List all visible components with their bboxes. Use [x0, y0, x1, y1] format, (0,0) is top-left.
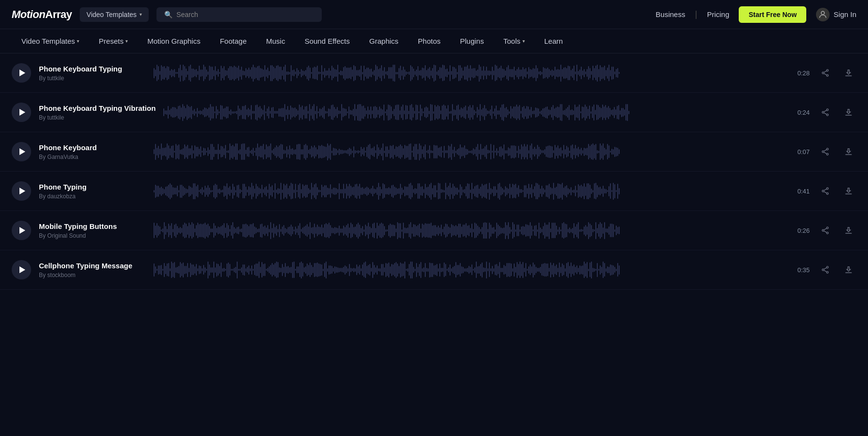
share-button[interactable]: [817, 144, 833, 159]
waveform-bar: [279, 189, 280, 193]
svg-line-29: [824, 228, 826, 230]
share-button[interactable]: [817, 105, 833, 120]
waveform-bar: [547, 225, 548, 237]
waveform-bar: [606, 149, 607, 155]
download-button[interactable]: [841, 105, 856, 120]
waveform-bar: [312, 267, 313, 273]
waveform-bar: [459, 109, 460, 115]
download-button[interactable]: [841, 144, 856, 159]
waveform-bar: [393, 185, 394, 198]
play-button[interactable]: [12, 260, 31, 279]
waveform-bar: [219, 227, 220, 234]
waveform-bar: [606, 70, 607, 76]
waveform-bar: [537, 108, 538, 117]
waveform-bar: [257, 143, 258, 160]
nav-item-graphics[interactable]: Graphics: [360, 29, 408, 53]
waveform-bar: [506, 263, 507, 277]
waveform-bar: [256, 68, 257, 78]
play-button[interactable]: [12, 142, 31, 161]
waveform-bar: [436, 227, 437, 234]
waveform-bar: [179, 105, 180, 120]
waveform-bar: [432, 226, 433, 236]
business-link[interactable]: Business: [656, 10, 685, 18]
download-button[interactable]: [841, 183, 856, 199]
waveform-bar: [228, 68, 229, 78]
header-right: Business | Pricing Start Free Now Sign I…: [656, 6, 856, 23]
pricing-link[interactable]: Pricing: [707, 10, 729, 18]
waveform-bar: [520, 70, 521, 77]
waveform-bar: [377, 223, 378, 239]
play-button[interactable]: [12, 63, 31, 83]
nav-item-motion-graphics[interactable]: Motion Graphics: [138, 29, 210, 53]
waveform-bar: [159, 188, 160, 194]
waveform-bar: [241, 190, 242, 192]
share-button[interactable]: [817, 223, 833, 238]
waveform-bar: [522, 226, 523, 235]
waveform-bar: [441, 225, 442, 236]
waveform-bar: [387, 71, 388, 75]
waveform[interactable]: [154, 141, 784, 162]
waveform-bar: [245, 68, 246, 78]
download-button[interactable]: [841, 262, 856, 278]
waveform-bar: [575, 145, 576, 158]
waveform-bar: [486, 184, 487, 199]
share-button[interactable]: [817, 262, 833, 278]
waveform-bar: [407, 187, 408, 195]
waveform-bar: [473, 269, 474, 271]
waveform-bar: [483, 108, 484, 117]
waveform-bar: [420, 145, 421, 158]
waveform-bar: [565, 268, 566, 272]
nav-item-sound-effects[interactable]: Sound Effects: [295, 29, 360, 53]
waveform-bar: [276, 111, 277, 114]
waveform-bar: [183, 225, 184, 237]
video-templates-dropdown[interactable]: Video Templates ▾: [80, 7, 149, 22]
waveform-bar: [401, 188, 402, 195]
waveform-bar: [521, 227, 522, 234]
nav-item-music[interactable]: Music: [256, 29, 295, 53]
waveform-bar: [331, 66, 332, 80]
waveform-bar: [325, 111, 326, 114]
waveform-bar: [428, 224, 429, 238]
waveform-bar: [251, 67, 252, 79]
share-button[interactable]: [817, 65, 833, 81]
waveform-bar: [162, 148, 163, 156]
download-button[interactable]: [841, 223, 856, 238]
waveform-bar: [373, 106, 374, 118]
waveform-bar: [243, 264, 243, 275]
waveform-bar: [566, 263, 567, 277]
waveform-bar: [355, 150, 356, 154]
play-button[interactable]: [12, 221, 31, 240]
share-button[interactable]: [817, 183, 833, 199]
play-button[interactable]: [12, 181, 31, 201]
waveform[interactable]: [154, 180, 784, 202]
nav-item-learn[interactable]: Learn: [535, 29, 573, 53]
waveform-bar: [559, 70, 560, 77]
download-button[interactable]: [841, 65, 856, 81]
waveform[interactable]: [154, 62, 784, 84]
waveform[interactable]: [154, 259, 784, 280]
nav-item-video-templates[interactable]: Video Templates ▾: [12, 29, 89, 53]
waveform-bar: [566, 224, 567, 237]
waveform-bar: [183, 262, 184, 278]
waveform-bar: [308, 111, 309, 114]
waveform-bar: [243, 70, 243, 75]
waveform[interactable]: [154, 220, 784, 241]
waveform-bar: [396, 72, 397, 74]
waveform-bar: [552, 223, 553, 238]
search-input[interactable]: [176, 11, 314, 18]
start-free-button[interactable]: Start Free Now: [739, 6, 806, 23]
nav-item-presets[interactable]: Presets ▾: [89, 29, 138, 53]
waveform-bar: [404, 227, 405, 233]
waveform-bar: [295, 71, 296, 74]
nav-item-photos[interactable]: Photos: [408, 29, 451, 53]
waveform-bar: [610, 264, 611, 276]
waveform[interactable]: [163, 102, 784, 123]
waveform-bar: [364, 229, 365, 232]
nav-item-footage[interactable]: Footage: [210, 29, 256, 53]
play-button[interactable]: [12, 103, 31, 122]
waveform-bar: [175, 188, 176, 194]
waveform-bar: [610, 70, 611, 76]
sign-in-area[interactable]: Sign In: [816, 8, 856, 21]
nav-item-plugins[interactable]: Plugins: [451, 29, 494, 53]
nav-item-tools[interactable]: Tools ▾: [494, 29, 535, 53]
